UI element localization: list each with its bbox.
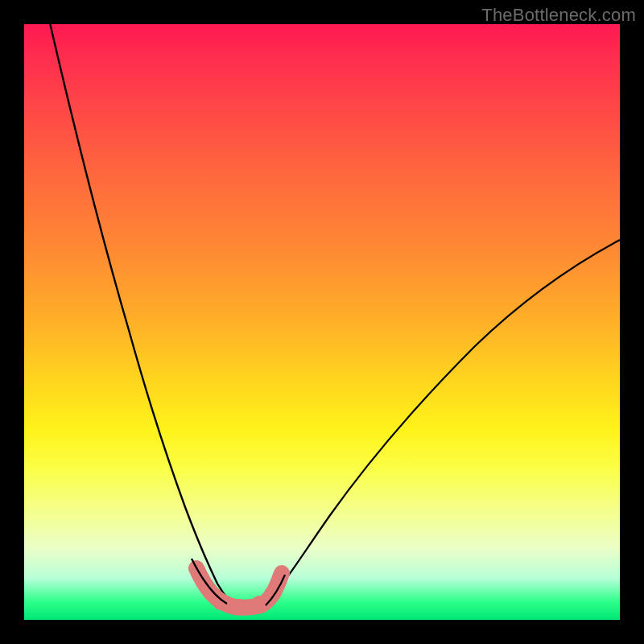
marker-bead [213, 594, 229, 610]
chart-frame: TheBottleneck.com [0, 0, 644, 644]
plot-area [24, 24, 620, 620]
marker-bead [232, 599, 248, 615]
marker-bead [251, 596, 267, 612]
right-curve [266, 240, 620, 605]
curve-layer [24, 24, 620, 620]
left-curve [48, 16, 237, 607]
watermark-text: TheBottleneck.com [481, 5, 636, 26]
